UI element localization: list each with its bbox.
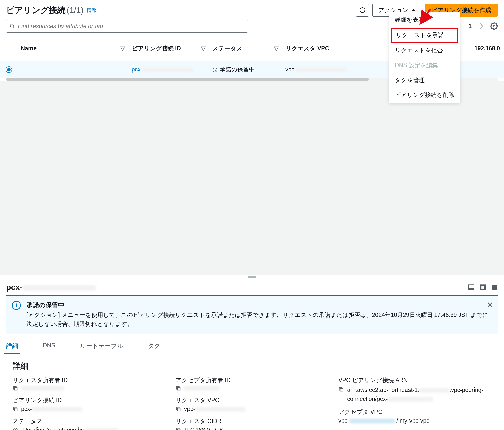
value-accepter-owner bbox=[184, 386, 219, 391]
dropdown-manage-tags[interactable]: タグを管理 bbox=[389, 73, 460, 88]
search-icon bbox=[10, 23, 15, 29]
layout-bottom-icon[interactable] bbox=[468, 284, 475, 291]
value-peering-id: pcx- bbox=[21, 406, 82, 412]
copy-icon[interactable] bbox=[176, 386, 181, 391]
detail-title: pcx- bbox=[6, 283, 96, 292]
gear-icon[interactable] bbox=[490, 22, 498, 30]
svg-rect-11 bbox=[14, 408, 17, 411]
value-status: Pending Acceptance by bbox=[23, 427, 118, 430]
value-requester-cidr: 192.168.0.0/16 bbox=[184, 427, 223, 430]
svg-point-1 bbox=[10, 24, 14, 27]
copy-icon[interactable] bbox=[176, 406, 181, 412]
value-arn: arn:aws:ec2:ap-northeast-1::vpc-peering-… bbox=[347, 386, 491, 403]
refresh-icon bbox=[359, 7, 366, 13]
caret-up-icon bbox=[412, 9, 416, 11]
label-requester-owner: リクエスタ所有者 ID bbox=[13, 376, 166, 384]
alert-close-button[interactable]: ✕ bbox=[487, 300, 493, 309]
dropdown-delete-peering[interactable]: ピアリング接続を削除 bbox=[389, 88, 460, 103]
page-count: (1/1) bbox=[67, 5, 84, 15]
grip-icon bbox=[248, 276, 256, 278]
copy-icon[interactable] bbox=[13, 406, 18, 412]
dropdown-view-details[interactable]: 詳細を表示 bbox=[389, 12, 460, 27]
copy-icon[interactable] bbox=[338, 387, 344, 392]
pager-next[interactable] bbox=[478, 23, 485, 30]
dropdown-accept-request[interactable]: リクエストを承諾 bbox=[391, 28, 458, 43]
col-status[interactable]: ステータス▽ bbox=[209, 36, 282, 61]
col-select bbox=[0, 36, 18, 61]
cell-status: 承諾の保留中 bbox=[209, 61, 282, 78]
tab-tags[interactable]: タグ bbox=[148, 338, 161, 354]
label-status: ステータス bbox=[13, 417, 166, 425]
alert-title: 承諾の保留中 bbox=[26, 301, 492, 309]
svg-rect-13 bbox=[177, 388, 180, 390]
dropdown-reject-request[interactable]: リクエストを拒否 bbox=[389, 43, 460, 58]
dropdown-edit-dns: DNS 設定を編集 bbox=[389, 58, 460, 73]
copy-icon[interactable] bbox=[176, 427, 181, 430]
section-title: 詳細 bbox=[0, 354, 504, 376]
label-requester-cidr: リクエスタ CIDR bbox=[176, 417, 329, 425]
tab-dns[interactable]: DNS bbox=[43, 338, 55, 354]
svg-rect-10 bbox=[14, 388, 17, 390]
col-cidr-trailing[interactable]: 192.168.0 bbox=[471, 36, 504, 61]
pager-page: 1 bbox=[466, 23, 474, 30]
label-arn: VPC ピアリング接続 ARN bbox=[338, 376, 491, 384]
copy-icon[interactable] bbox=[13, 386, 18, 391]
clock-icon bbox=[13, 427, 18, 430]
label-accepter-owner: アクセプタ所有者 ID bbox=[176, 376, 329, 384]
value-accepter-vpc[interactable]: vpc- / my-vpc-vpc bbox=[338, 417, 429, 424]
svg-line-2 bbox=[13, 27, 15, 28]
alert-body: [アクション] メニューを使用して、このピアリング接続リクエストを承諾または拒否… bbox=[26, 311, 492, 328]
svg-rect-9 bbox=[492, 285, 497, 290]
actions-dropdown: 詳細を表示 リクエストを承諾 リクエストを拒否 DNS 設定を編集 タグを管理 … bbox=[389, 12, 460, 103]
svg-point-3 bbox=[493, 25, 495, 27]
svg-rect-8 bbox=[481, 286, 485, 289]
label-requester-vpc: リクエスタ VPC bbox=[176, 396, 329, 404]
pending-alert: i 承諾の保留中 [アクション] メニューを使用して、このピアリング接続リクエス… bbox=[6, 295, 498, 334]
empty-area bbox=[0, 81, 504, 275]
panel-splitter[interactable] bbox=[0, 275, 504, 279]
col-peering-id[interactable]: ピアリング接続 ID▽ bbox=[129, 36, 209, 61]
tab-details[interactable]: 詳細 bbox=[6, 338, 18, 354]
cell-peering-id[interactable]: pcx- bbox=[129, 61, 209, 78]
sort-icon: ▽ bbox=[201, 45, 206, 52]
search-input[interactable] bbox=[6, 20, 248, 33]
svg-rect-16 bbox=[340, 389, 343, 391]
cell-name: – bbox=[18, 61, 129, 78]
label-accepter-vpc: アクセプタ VPC bbox=[338, 408, 491, 416]
refresh-button[interactable] bbox=[356, 4, 369, 17]
layout-split-icon[interactable] bbox=[479, 284, 486, 291]
clock-icon bbox=[212, 67, 218, 73]
svg-rect-6 bbox=[469, 288, 474, 290]
layout-full-icon[interactable] bbox=[491, 284, 498, 291]
col-name[interactable]: Name▽ bbox=[18, 36, 129, 61]
value-requester-vpc: vpc- bbox=[184, 406, 245, 412]
sort-icon: ▽ bbox=[274, 45, 279, 52]
row-radio[interactable] bbox=[6, 66, 12, 73]
info-icon: i bbox=[12, 301, 21, 310]
svg-rect-14 bbox=[177, 408, 180, 411]
page-title: ピアリング接続 bbox=[6, 5, 66, 16]
value-requester-owner bbox=[21, 386, 64, 391]
tab-route-tables[interactable]: ルートテーブル bbox=[80, 338, 123, 354]
sort-icon: ▽ bbox=[120, 45, 125, 52]
info-link[interactable]: 情報 bbox=[87, 7, 97, 14]
label-peering-id: ピアリング接続 ID bbox=[13, 396, 166, 404]
detail-tabs: 詳細 DNS ルートテーブル タグ bbox=[0, 338, 504, 354]
